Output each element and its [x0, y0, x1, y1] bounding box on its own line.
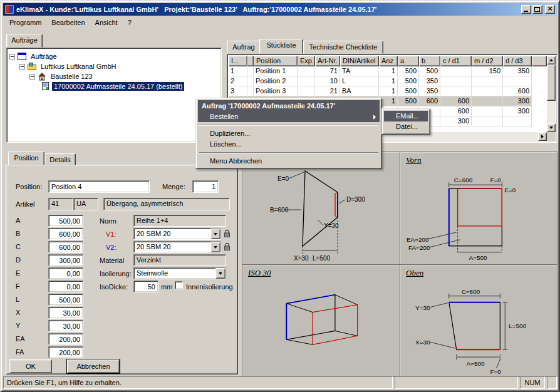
column-header[interactable]: Anz: [379, 56, 398, 66]
arrow-down-icon: [549, 126, 553, 129]
table-row[interactable]: 3Position 321BA1500350600: [229, 86, 547, 96]
collapse-icon[interactable]: [19, 64, 25, 70]
dim-input-ea[interactable]: [48, 333, 83, 345]
position-form-panel: Position Details Position: Menge: Artike…: [4, 152, 239, 377]
column-header[interactable]: a: [398, 56, 419, 66]
dim-label-ea: EA=200: [407, 236, 429, 243]
dim-label: A: [16, 217, 20, 224]
column-header[interactable]: I...: [229, 56, 247, 66]
tab-stueckliste[interactable]: Stückliste: [259, 39, 303, 54]
v2-lock-icon[interactable]: [224, 242, 231, 252]
isodicke-label: IsoDicke:: [100, 283, 128, 291]
dim-input-b[interactable]: [48, 228, 83, 240]
status-bar: Drücken Sie F1, um Hilfe zu erhalten. NU…: [3, 376, 557, 389]
v1-dropdown-button[interactable]: [210, 229, 220, 239]
position-input[interactable]: [48, 180, 150, 193]
cancel-button[interactable]: Abbrechen: [67, 359, 120, 373]
column-header[interactable]: b: [419, 56, 440, 66]
v2-combo[interactable]: 20 SBM 20: [133, 241, 221, 253]
scroll-down-button[interactable]: [547, 123, 556, 132]
isolierung-dropdown-button[interactable]: [215, 268, 226, 279]
status-help-text: Drücken Sie F1, um Hilfe zu erhalten.: [3, 376, 393, 389]
num-lock-indicator: NUM: [520, 376, 545, 389]
tab-position[interactable]: Position: [8, 152, 44, 165]
tab-auftrag[interactable]: Auftrag: [227, 41, 261, 54]
dim-label-f: F=0: [490, 177, 501, 183]
column-header[interactable]: [247, 56, 254, 66]
top-view-title: Oben: [406, 268, 423, 278]
vertical-scroll-thumb[interactable]: [547, 64, 556, 101]
scroll-right-button[interactable]: [538, 132, 547, 141]
minimize-button[interactable]: [521, 5, 531, 14]
menu-bearbeiten[interactable]: Bearbeiten: [46, 17, 90, 28]
close-button[interactable]: [545, 5, 555, 14]
dim-label: C: [16, 243, 21, 250]
dim-input-d[interactable]: [48, 254, 83, 266]
dim-input-a[interactable]: [48, 215, 83, 227]
dim-input-f[interactable]: [48, 281, 83, 292]
tree-item-company[interactable]: Luftikus Luftkanal GmbH: [8, 61, 220, 71]
column-header[interactable]: DIN/Artikel: [340, 56, 379, 66]
menu-item-loeschen[interactable]: Löschen...: [198, 139, 380, 150]
tree-item-order[interactable]: 17000002 Aufmassteile 24.05.17 (bestellt…: [8, 81, 220, 91]
dim-input-x[interactable]: [48, 307, 83, 319]
tree-label-order: 17000002 Aufmassteile 24.05.17 (bestellt…: [52, 82, 184, 91]
menu-item-datei[interactable]: Datei...: [384, 121, 428, 132]
collapse-icon[interactable]: [9, 54, 15, 59]
dim-input-fa[interactable]: [48, 346, 83, 358]
dim-input-l[interactable]: [48, 294, 83, 306]
vertical-scrollbar[interactable]: [547, 56, 556, 132]
status-cell: [395, 376, 518, 389]
menu-separator: [199, 125, 378, 126]
column-header[interactable]: m / d2: [472, 56, 503, 66]
menu-programm[interactable]: Programm: [4, 17, 46, 28]
tab-auftraege[interactable]: Aufträge: [6, 34, 43, 48]
tree-item-root[interactable]: Aufträge: [8, 51, 220, 61]
menge-input[interactable]: [192, 180, 219, 193]
menu-item-abbrechen[interactable]: Menu Abbrechen: [198, 156, 380, 167]
table-row[interactable]: 2Position 210L1500350: [229, 76, 547, 86]
dim-label-fa: FA=200: [408, 244, 430, 251]
dim-input-e[interactable]: [48, 267, 83, 279]
dim-label-l: L=500: [509, 322, 526, 329]
scroll-up-button[interactable]: [547, 56, 556, 64]
isolierung-value: Steinwolle: [134, 268, 215, 279]
v1-lock-icon[interactable]: [224, 229, 231, 239]
tree-label-site: Baustelle 123: [49, 72, 95, 81]
dim-input-c[interactable]: [48, 241, 83, 253]
isolierung-combo[interactable]: Steinwolle: [133, 267, 226, 279]
table-header: I... Position Exp. Art-Nr. DIN/Artikel A…: [229, 56, 547, 66]
menu-item-email[interactable]: EMail...: [384, 111, 428, 121]
app-icon[interactable]: [5, 5, 14, 14]
column-header[interactable]: c / d1: [440, 56, 472, 66]
tree-item-site[interactable]: Baustelle 123: [8, 71, 220, 81]
table-row[interactable]: 1Position 171TA1500500150350: [229, 66, 547, 76]
orders-tree: Aufträge Luftikus Luftkanal GmbH Baustel…: [6, 48, 222, 143]
tab-technische-checkliste[interactable]: Technische Checkliste: [303, 41, 383, 54]
isodicke-input[interactable]: [133, 281, 158, 292]
menu-ansicht[interactable]: Ansicht: [90, 17, 123, 28]
isolierung-label: Isolierung:: [100, 270, 132, 277]
dim-label: D: [16, 256, 21, 264]
dim-input-y[interactable]: [48, 320, 83, 332]
maximize-button[interactable]: [532, 5, 542, 14]
ok-button[interactable]: OK: [9, 359, 52, 373]
menu-bar: Programm Bearbeiten Ansicht ?: [3, 16, 557, 29]
column-header[interactable]: Position: [254, 56, 298, 66]
v2-dropdown-button[interactable]: [210, 242, 220, 252]
column-header[interactable]: Exp.: [298, 56, 315, 66]
menu-help[interactable]: ?: [123, 17, 137, 28]
innenisolierung-checkbox[interactable]: [175, 281, 183, 289]
v1-combo[interactable]: 20 SBM 20: [133, 228, 221, 240]
chevron-down-icon: [214, 246, 217, 249]
column-header[interactable]: d / d3: [503, 56, 532, 66]
dim-label-c: C=600: [454, 177, 473, 183]
dim-label-b: B=600: [270, 207, 289, 214]
menu-item-duplizieren[interactable]: Duplizieren...: [198, 128, 380, 139]
menu-item-bestellen[interactable]: Bestellen: [198, 111, 380, 122]
drawing-front: Vorn C=600 F=0 E=0 EA=200 FA=200 A=500: [400, 152, 557, 264]
column-header[interactable]: Art-Nr.: [315, 56, 340, 66]
dim-label-f: F=0: [490, 368, 501, 375]
collapse-icon[interactable]: [29, 74, 35, 80]
tab-details[interactable]: Details: [44, 153, 76, 165]
